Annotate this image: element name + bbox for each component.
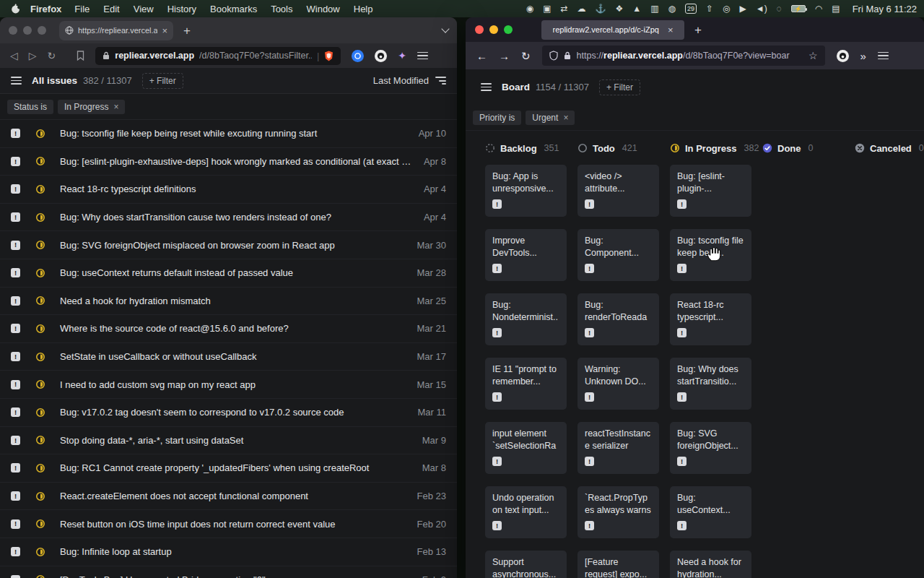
triangle-app-icon[interactable]: ▲ [632, 4, 641, 13]
reload-button[interactable]: ↻ [521, 51, 531, 61]
status-in-progress-icon[interactable] [35, 156, 45, 166]
bookmark-icon[interactable] [77, 51, 84, 61]
minimize-window-button[interactable] [489, 25, 498, 34]
priority-urgent-icon[interactable]: ! [11, 268, 20, 277]
issue-card[interactable]: Bug: [eslint-plugin-... ! [670, 165, 751, 217]
filter-chip-in-progress[interactable]: In Progress × [58, 100, 125, 114]
cloud-icon[interactable]: ☁ [578, 4, 586, 13]
issue-card[interactable]: Support asynchronous... ! [485, 551, 567, 578]
priority-urgent-icon[interactable]: ! [11, 491, 20, 501]
priority-urgent-icon[interactable]: ! [11, 352, 20, 361]
calendar-icon[interactable]: 29 [685, 4, 697, 14]
camera-icon[interactable]: ▣ [543, 4, 551, 13]
forward-button[interactable]: ▷ [29, 51, 37, 61]
docker-icon[interactable]: ⚓ [596, 4, 606, 13]
priority-urgent-icon[interactable]: ! [11, 296, 20, 306]
issue-card[interactable]: Bug: SVG foreignObject... ! [670, 422, 751, 474]
issue-row[interactable]: ! Bug: v17.0.2 tag doesn't seem to corre… [0, 399, 457, 427]
assistant-icon[interactable]: ◌ [777, 4, 782, 13]
priority-urgent-icon[interactable]: ! [11, 547, 20, 556]
sort-icon[interactable] [435, 77, 446, 85]
close-window-button[interactable] [475, 25, 484, 34]
add-filter-button[interactable]: + Filter [599, 79, 640, 95]
issue-card[interactable]: Bug: App is unresponsive... ! [485, 165, 567, 217]
status-in-progress-icon[interactable] [35, 379, 45, 389]
issue-row[interactable]: ! Where is the source code of react@15.6… [0, 315, 457, 343]
priority-urgent-icon[interactable]: ! [11, 407, 20, 417]
status-in-progress-icon[interactable] [35, 184, 45, 194]
issue-row[interactable]: ! I need to add custom svg map on my rea… [0, 371, 457, 399]
issue-card[interactable]: Bug: tsconfig file keep bein... ! [670, 229, 751, 281]
priority-urgent-icon[interactable]: ! [11, 324, 20, 333]
wifi-icon[interactable]: ◠ [815, 4, 822, 13]
sort-order-label[interactable]: Last Modified [373, 75, 429, 86]
add-filter-button[interactable]: + Filter [142, 73, 183, 89]
issue-card[interactable]: IE 11 "prompt to remember... ! [485, 358, 567, 410]
issue-row[interactable]: ! Bug: Infinite loop at startup Feb 13 [0, 538, 457, 566]
sidebar-menu-icon[interactable] [481, 83, 492, 91]
issue-card[interactable]: Bug: useContext... ! [670, 486, 751, 538]
issue-row[interactable]: ! Reset button on iOS time input does no… [0, 510, 457, 538]
share-up-icon[interactable]: ⇧ [706, 4, 713, 13]
filter-chip-priority[interactable]: Priority is [473, 111, 521, 125]
tab-close-icon[interactable]: × [162, 25, 167, 36]
github-extension-icon[interactable] [837, 50, 849, 62]
issue-card[interactable]: Undo operation on text input... ! [485, 486, 567, 538]
priority-urgent-icon[interactable]: ! [11, 212, 20, 222]
reload-button[interactable]: ↻ [48, 51, 56, 61]
issue-card[interactable]: Bug: Component... ! [578, 229, 659, 281]
issue-card[interactable]: Bug: Why does startTransitio... ! [670, 358, 751, 410]
left-url-bar[interactable]: repliear.vercel.app /d/8bTaoq7F0e?status… [95, 47, 341, 65]
priority-urgent-icon[interactable]: ! [11, 575, 20, 578]
tracking-protection-shield-icon[interactable] [549, 51, 558, 61]
power-circle-icon[interactable]: ◎ [723, 4, 730, 13]
right-traffic-lights[interactable] [475, 25, 513, 34]
priority-urgent-icon[interactable]: ! [11, 129, 20, 138]
issue-row[interactable]: ! [DevTools Bug] Unsupported Bridge oper… [0, 566, 457, 578]
back-button[interactable]: ← [476, 51, 487, 61]
sidebar-menu-icon[interactable] [11, 77, 22, 85]
issue-row[interactable]: ! SetState in useCallback or without use… [0, 343, 457, 371]
issue-card[interactable]: Need a hook for hydration... ! [670, 551, 751, 578]
toolbar-overflow-icon[interactable]: » [860, 50, 866, 62]
issue-card[interactable]: React 18-rc typescript... ! [670, 293, 751, 345]
remove-filter-icon[interactable]: × [563, 113, 568, 123]
new-tab-button[interactable]: + [694, 24, 702, 36]
circled-app-icon[interactable]: ◍ [668, 4, 676, 13]
issue-card[interactable]: reactTestInstance serializer ! [578, 422, 659, 474]
left-browser-tab[interactable]: https://repliear.vercel.app/d/8b × [59, 21, 173, 40]
status-in-progress-icon[interactable] [35, 407, 45, 418]
back-button[interactable]: ◁ [10, 51, 18, 61]
user-switch-icon[interactable]: ▤ [832, 4, 840, 13]
status-in-progress-icon[interactable] [35, 519, 45, 529]
screen-record-icon[interactable]: ◉ [526, 4, 533, 13]
github-extension-icon[interactable] [375, 50, 387, 62]
menu-window[interactable]: Window [307, 4, 340, 14]
status-in-progress-icon[interactable] [35, 129, 45, 139]
status-in-progress-icon[interactable] [35, 296, 45, 306]
right-url-bar[interactable]: https://repliear.vercel.app/d/8bTaoq7F0e… [542, 46, 825, 66]
active-app-name[interactable]: Firefox [30, 4, 61, 14]
menu-help[interactable]: Help [354, 4, 373, 14]
zoom-window-button[interactable] [504, 25, 513, 34]
issue-row[interactable]: ! Bug: tsconfig file keep being reset wh… [0, 120, 457, 148]
priority-urgent-icon[interactable]: ! [11, 436, 20, 445]
issue-row[interactable]: ! Bug: Why does startTransition cause tw… [0, 204, 457, 232]
issue-card[interactable]: Bug: Nondeterminist... ! [485, 293, 567, 345]
issue-card[interactable]: Warning: Unknown DO... ! [578, 358, 659, 410]
dropbox-icon[interactable]: ❖ [616, 4, 624, 13]
menu-tools[interactable]: Tools [271, 4, 292, 14]
issue-row[interactable]: ! React 18-rc typescript definitions Apr… [0, 176, 457, 204]
status-in-progress-icon[interactable] [35, 352, 45, 362]
brave-shield-icon[interactable] [324, 51, 334, 61]
priority-urgent-icon[interactable]: ! [11, 519, 20, 529]
right-browser-tab[interactable]: replidraw2.vercel.app/d/c-iZpq × [541, 20, 684, 40]
issue-card[interactable]: input element `setSelectionRa ! [485, 422, 567, 474]
battery-icon[interactable]: ⚡ [791, 5, 806, 12]
issue-row[interactable]: ! Need a hook for hydration mismatch Mar… [0, 288, 457, 316]
issue-row[interactable]: ! Bug: RC1 Cannot create property '_upda… [0, 454, 457, 483]
remove-filter-icon[interactable]: × [113, 102, 118, 112]
status-in-progress-icon[interactable] [35, 574, 45, 578]
sync-arrows-icon[interactable]: ⇄ [560, 4, 567, 13]
issue-row[interactable]: ! Stop doing data-*, aria-*, start using… [0, 427, 457, 455]
